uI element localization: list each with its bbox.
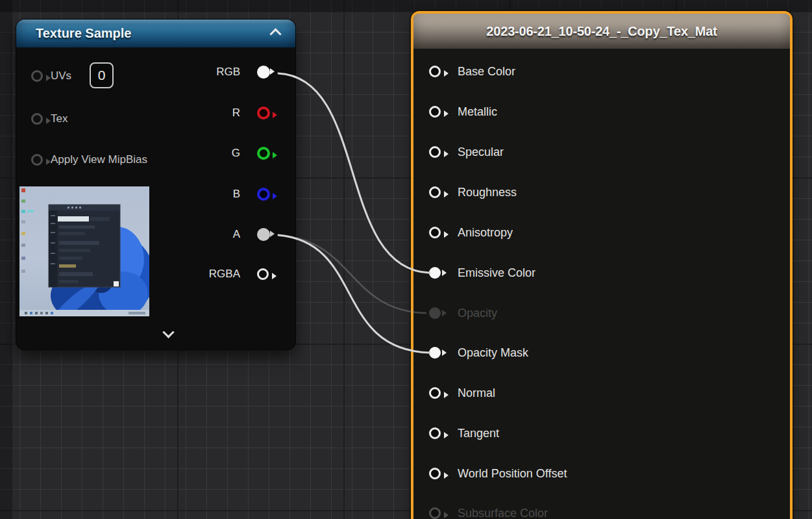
wire-a-to-opacity[interactable] (278, 235, 426, 313)
material-input-row: Base Color (429, 62, 515, 81)
texture-preview-thumbnail (19, 186, 149, 316)
output-label: A (233, 228, 240, 241)
input-row-apply-view-mipbias: Apply View MipBias (31, 150, 147, 170)
pin-normal[interactable] (429, 387, 441, 399)
material-input-row: Emissive Color (429, 263, 535, 283)
pin-metallic[interactable] (429, 106, 441, 118)
pin-apply-view-mipbias[interactable] (31, 154, 43, 166)
material-input-row: World Position Offset (429, 464, 567, 483)
grid-major-band-left (0, 0, 11, 519)
texture-sample-node-title: Texture Sample (36, 19, 131, 47)
chevron-down-icon[interactable] (162, 326, 174, 338)
output-row-b: B (257, 184, 283, 204)
pin-uvs[interactable] (31, 70, 43, 82)
material-input-row: Opacity (429, 303, 497, 323)
input-label: Tex (51, 112, 68, 125)
material-input-label: Roughness (458, 186, 517, 199)
material-input-label: Anisotropy (458, 226, 513, 240)
screenshot-window (49, 205, 120, 287)
taskbar (19, 310, 149, 316)
uvs-value-box[interactable]: 0 (90, 62, 114, 88)
pin-roughness[interactable] (429, 186, 441, 198)
wire-rgb-to-emissive[interactable] (278, 73, 430, 273)
pin-rgba[interactable] (257, 268, 269, 280)
material-input-label: Emissive Color (458, 266, 535, 280)
output-label: G (232, 147, 240, 160)
material-input-row: Opacity Mask (429, 343, 528, 362)
material-input-row: Specular (429, 142, 504, 162)
material-input-label: Subsurface Color (458, 507, 548, 519)
pin-tex[interactable] (31, 113, 43, 125)
material-input-label: Base Color (458, 65, 515, 79)
material-input-label: Tangent (458, 427, 499, 440)
input-label: Apply View MipBias (51, 153, 147, 166)
pin-a[interactable] (257, 228, 270, 241)
pin-emissive-color[interactable] (429, 267, 441, 279)
input-label: UVs (51, 70, 71, 82)
material-input-row: Subsurface Color (429, 503, 548, 519)
texture-sample-node-header[interactable]: Texture Sample (16, 19, 295, 47)
input-row-uvs: UVs (31, 66, 71, 86)
pin-specular[interactable] (429, 146, 441, 158)
texture-sample-node[interactable]: Texture Sample UVs 0 Tex Apply View MipB… (16, 19, 295, 349)
material-output-node[interactable]: 2023-06-21_10-50-24_-_Copy_Tex_Mat Base … (413, 14, 790, 519)
pin-base-color[interactable] (429, 66, 441, 77)
pin-g[interactable] (257, 147, 270, 160)
pin-b[interactable] (257, 188, 270, 201)
material-node-title: 2023-06-21_10-50-24_-_Copy_Tex_Mat (413, 14, 790, 49)
output-label: B (233, 188, 240, 201)
wire-a-to-opacity-mask[interactable] (278, 235, 430, 353)
material-input-label: Normal (458, 386, 495, 400)
grid-major-band-top (0, 0, 812, 11)
pin-rgb[interactable] (257, 66, 270, 79)
material-input-row: Metallic (429, 102, 497, 121)
material-input-label: Metallic (458, 105, 497, 119)
pin-opacity[interactable] (429, 307, 441, 319)
pin-tangent[interactable] (429, 427, 441, 439)
material-input-label: Opacity (458, 307, 497, 320)
material-input-row: Roughness (429, 183, 517, 202)
chevron-up-icon[interactable] (269, 28, 281, 40)
material-input-label: Opacity Mask (458, 346, 528, 360)
material-input-row: Tangent (429, 424, 499, 443)
material-input-row: Normal (429, 383, 495, 403)
output-row-rgba: RGBA (257, 264, 283, 284)
material-graph-canvas[interactable]: Texture Sample UVs 0 Tex Apply View MipB… (0, 0, 812, 519)
material-node-header[interactable]: 2023-06-21_10-50-24_-_Copy_Tex_Mat (413, 14, 790, 49)
pin-subsurface-color[interactable] (429, 507, 441, 519)
input-row-tex: Tex (31, 109, 68, 129)
pin-world-position-offset[interactable] (429, 468, 441, 479)
pin-r[interactable] (257, 107, 270, 120)
uvs-value: 0 (98, 68, 106, 83)
pin-opacity-mask[interactable] (429, 347, 441, 359)
output-label: R (232, 107, 240, 120)
material-input-label: Specular (458, 146, 504, 159)
output-label: RGB (216, 66, 240, 79)
output-label: RGBA (209, 268, 240, 281)
material-input-label: World Position Offset (458, 467, 567, 481)
output-row-rgb: RGB (257, 62, 283, 82)
pin-anisotropy[interactable] (429, 227, 441, 238)
material-input-row: Anisotropy (429, 223, 513, 242)
output-row-r: R (257, 103, 283, 123)
output-row-a: A (257, 225, 283, 244)
output-row-g: G (257, 144, 283, 163)
